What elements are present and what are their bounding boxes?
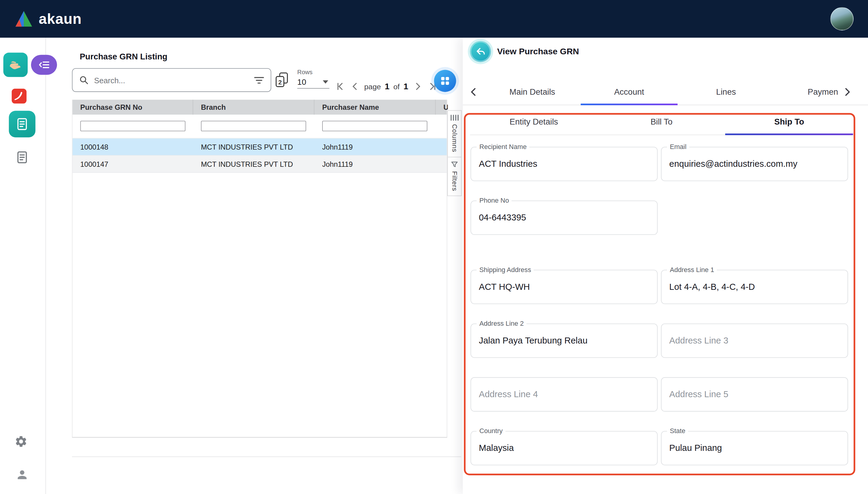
table-header-row: Purchase GRN No Branch Purchaser Name Up	[73, 100, 447, 115]
back-arrow-icon	[475, 46, 486, 57]
field-value: Lot 4-A, 4-B, 4-C, 4-D	[669, 282, 755, 292]
search-input[interactable]	[93, 75, 250, 85]
phone-no-field[interactable]: Phone No 04-6443395	[471, 201, 658, 235]
settings-button[interactable]	[15, 435, 28, 448]
cell-purchaser: John1119	[314, 156, 435, 172]
column-header-purchaser[interactable]: Purchaser Name	[314, 100, 435, 115]
tabs-strip: Main Details Account Lines Paymen	[484, 77, 850, 105]
subtab-entity-details[interactable]: Entity Details	[470, 109, 598, 134]
person-icon	[15, 468, 28, 481]
field-placeholder: Address Line 3	[669, 336, 728, 346]
first-page-button[interactable]	[334, 81, 346, 92]
columns-rail-button[interactable]: Columns	[448, 111, 461, 156]
field-value: Malaysia	[479, 443, 514, 453]
email-field[interactable]: Email enquiries@actindustries.com.my	[661, 147, 848, 181]
table-row[interactable]: 1000147 MCT INDUSTRIES PVT LTD John1119	[73, 156, 447, 173]
tab-main-details[interactable]: Main Details	[484, 77, 580, 105]
app-root: akaun	[0, 0, 868, 494]
field-value: enquiries@actindustries.com.my	[669, 159, 797, 169]
table-row[interactable]: 1000148 MCT INDUSTRIES PVT LTD John1119	[73, 138, 447, 156]
filter-icon[interactable]	[254, 76, 264, 84]
address-line-5-field[interactable]: Address Line 5	[661, 377, 848, 412]
duplicate-view-button[interactable]: 2	[274, 72, 289, 88]
account-button[interactable]	[15, 468, 28, 481]
subtab-bill-to[interactable]: Bill To	[598, 109, 726, 134]
chevron-left-icon	[351, 82, 359, 91]
address-line-2-field[interactable]: Address Line 2 Jalan Paya Terubung Relau	[471, 324, 658, 358]
search-box	[72, 68, 271, 92]
filter-input-purchaser[interactable]	[322, 121, 427, 131]
field-label: State	[667, 427, 688, 435]
address-line-3-field[interactable]: Address Line 3	[661, 324, 848, 358]
pages-icon: 2	[274, 72, 289, 88]
brand-name: akaun	[39, 10, 82, 27]
state-field[interactable]: State Pulau Pinang	[661, 431, 848, 466]
funnel-icon	[451, 161, 458, 168]
total-pages: 1	[403, 81, 408, 91]
layout-grid-button[interactable]	[434, 70, 456, 92]
current-page: 1	[385, 81, 390, 91]
rows-select[interactable]: 10	[297, 75, 330, 89]
tabs-scroll-left-button[interactable]	[468, 87, 479, 98]
cell-purchaser: John1119	[314, 138, 435, 155]
filter-input-grn-no[interactable]	[80, 121, 185, 131]
grid-icon	[439, 75, 451, 87]
pagination: page 1 of 1	[334, 78, 438, 95]
hands-icon	[8, 57, 23, 72]
view-purchase-grn-panel: View Purchase GRN Main Details Account L…	[463, 38, 868, 494]
menu-toggle-icon	[39, 61, 50, 69]
akaun-logo-icon	[15, 11, 33, 27]
address-line-1-field[interactable]: Address Line 1 Lot 4-A, 4-B, 4-C, 4-D	[661, 270, 848, 304]
table-side-rail: Columns Filters	[447, 110, 462, 196]
brand: akaun	[15, 10, 82, 27]
rows-value: 10	[297, 77, 306, 86]
search-icon	[79, 75, 88, 85]
address-line-4-field[interactable]: Address Line 4	[471, 377, 658, 412]
columns-rail-label: Columns	[451, 124, 458, 152]
prev-page-button[interactable]	[349, 81, 360, 92]
listing-module-button[interactable]	[15, 150, 29, 165]
subtab-ship-to[interactable]: Ship To	[726, 109, 853, 134]
page-word: page	[364, 82, 381, 91]
field-label: Shipping Address	[476, 266, 534, 274]
cell-branch: MCT INDUSTRIES PVT LTD	[193, 138, 314, 155]
column-header-updated[interactable]: Up	[436, 100, 448, 115]
shipping-address-field[interactable]: Shipping Address ACT HQ-WH	[471, 270, 658, 304]
recipient-name-field[interactable]: Recipient Name ACT Industries	[471, 147, 658, 181]
country-field[interactable]: Country Malaysia	[471, 431, 658, 466]
first-page-icon	[335, 82, 344, 91]
sidebar-toggle-button[interactable]	[31, 55, 57, 75]
field-value: Jalan Paya Terubung Relau	[479, 336, 588, 346]
tab-lines[interactable]: Lines	[677, 77, 774, 105]
filters-rail-button[interactable]: Filters	[448, 157, 461, 196]
field-placeholder: Address Line 5	[669, 390, 728, 399]
rows-per-page-control: Rows 10	[297, 69, 330, 89]
tab-account[interactable]: Account	[581, 77, 677, 105]
filter-input-branch[interactable]	[201, 121, 306, 131]
panel-divider	[72, 456, 461, 457]
procurement-module-button[interactable]	[3, 53, 28, 77]
field-value: Pulau Pinang	[669, 443, 722, 453]
detail-title: View Purchase GRN	[497, 46, 579, 56]
pdf-module-button[interactable]	[11, 88, 26, 103]
cell-grn-no: 1000147	[73, 156, 193, 172]
field-value: 04-6443395	[479, 213, 526, 223]
top-navbar: akaun	[0, 0, 868, 38]
account-subtabs: Entity Details Bill To Ship To	[470, 109, 853, 135]
cell-grn-no: 1000148	[73, 138, 193, 155]
field-value: ACT HQ-WH	[479, 282, 530, 292]
chevron-right-icon	[413, 82, 422, 91]
sidebar	[0, 38, 46, 494]
field-label: Email	[667, 143, 689, 151]
tab-payment[interactable]: Paymen	[774, 77, 850, 105]
grn-module-button-active[interactable]	[9, 111, 35, 137]
tabs-scroll-right-button[interactable]	[842, 87, 853, 98]
next-page-button[interactable]	[412, 81, 423, 92]
column-header-grn-no[interactable]: Purchase GRN No	[73, 100, 193, 115]
user-avatar[interactable]	[830, 7, 853, 31]
of-word: of	[393, 82, 400, 91]
back-button[interactable]	[470, 41, 491, 62]
filters-rail-label: Filters	[451, 171, 458, 191]
column-header-branch[interactable]: Branch	[193, 100, 314, 115]
grip-icon	[450, 115, 459, 121]
